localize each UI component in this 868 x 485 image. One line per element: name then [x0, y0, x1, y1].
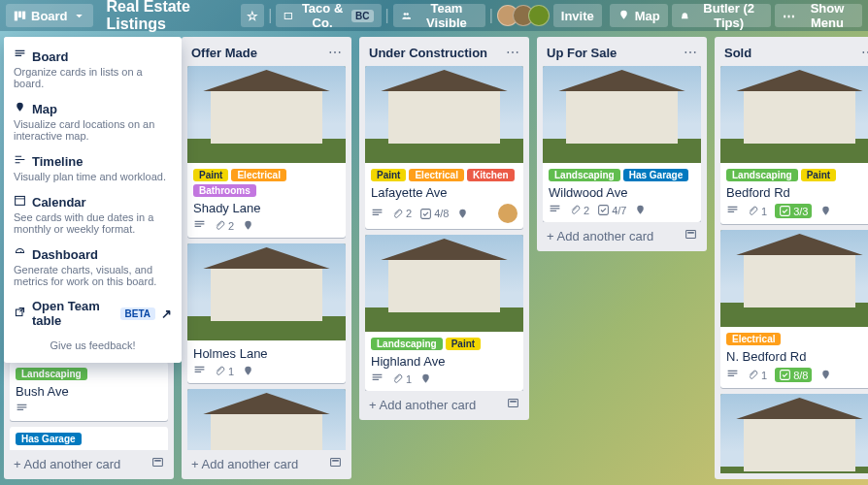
card-cover-image	[187, 243, 346, 340]
member-avatar[interactable]	[498, 204, 517, 223]
list: Sold⋯LandscapingPaintBedford Rd13/3Elect…	[715, 37, 868, 479]
popover-item-dashboard[interactable]: DashboardGenerate charts, visuals, and m…	[14, 241, 172, 293]
card-title: N. Bedford Rd	[726, 349, 868, 364]
list-title[interactable]: Under Construction	[369, 46, 487, 60]
calendar-icon	[14, 194, 26, 210]
list-title[interactable]: Sold	[724, 46, 751, 60]
add-card-button[interactable]: + Add another card	[187, 450, 346, 473]
svg-rect-10	[331, 458, 341, 466]
feedback-link[interactable]: Give us feedback!	[14, 334, 172, 357]
card[interactable]: LandscapingBush Ave	[10, 362, 168, 421]
svg-rect-14	[510, 401, 517, 403]
map-label: Map	[635, 9, 660, 23]
label[interactable]: Electrical	[726, 333, 781, 345]
card-cover-image	[365, 235, 523, 332]
card-title: Bedford Rd	[726, 185, 868, 200]
card-labels: PaintElectricalBathrooms	[193, 169, 340, 197]
popover-item-timeline[interactable]: TimelineVisually plan time and workload.	[14, 147, 172, 188]
popover-item-board[interactable]: BoardOrganize cards in lists on a board.	[14, 43, 172, 95]
label[interactable]: Paint	[193, 169, 228, 181]
list-title[interactable]: Up For Sale	[547, 46, 617, 60]
board-header: Board Real Estate Listings ☆ | Taco & Co…	[0, 0, 868, 31]
svg-rect-1	[18, 11, 21, 17]
attachment-badge: 1	[214, 365, 234, 377]
card-title: Lafayette Ave	[371, 185, 517, 200]
description-icon	[193, 365, 206, 377]
list-cards: LandscapingPaintBedford Rd13/3Electrical…	[720, 66, 868, 473]
card-cover-image	[365, 66, 523, 163]
card[interactable]: Holmes Lane1	[187, 243, 346, 383]
butler-button[interactable]: Butler (2 Tips)	[672, 4, 771, 27]
attachment-badge: 1	[747, 369, 767, 381]
popover-item-desc: Generate charts, visuals, and metrics fo…	[14, 264, 172, 287]
card[interactable]: LandscapingPaintKitchenHalstead Ave2	[187, 389, 346, 450]
list-cards: PaintElectricalKitchenLafayette Ave24/8L…	[365, 66, 523, 391]
add-card-button[interactable]: + Add another card	[365, 391, 523, 414]
label[interactable]: Paint	[371, 169, 406, 181]
card-cover-image	[543, 66, 701, 163]
card[interactable]: Has GarageS. 4th Street	[10, 427, 168, 450]
label[interactable]: Has Garage	[623, 169, 689, 181]
visibility-button[interactable]: Team Visible	[393, 4, 485, 27]
card[interactable]: PaintElectricalKitchenLafayette Ave24/8	[365, 66, 523, 229]
card[interactable]: ElectricalN. Bedford Rd18/8	[720, 230, 868, 388]
card-badges: 2	[193, 219, 340, 232]
list-menu-button[interactable]: ⋯	[861, 45, 868, 60]
card[interactable]: PaintElectricalBathroomsShady Lane2	[187, 66, 346, 238]
popover-item-open-team-table[interactable]: Open Team tableBETA↗	[14, 293, 172, 334]
board-view-button[interactable]: Board	[6, 4, 93, 27]
location-icon	[242, 219, 254, 232]
template-icon[interactable]	[507, 397, 519, 412]
label[interactable]: Kitchen	[467, 169, 515, 181]
card[interactable]	[720, 394, 868, 473]
card[interactable]: LandscapingPaintHighland Ave1	[365, 235, 523, 391]
map-button[interactable]: Map	[610, 4, 668, 27]
label[interactable]: Electrical	[409, 169, 463, 181]
svg-rect-2	[22, 11, 25, 18]
card-cover-image	[720, 230, 868, 327]
label[interactable]: Electrical	[231, 169, 285, 181]
label[interactable]: Landscaping	[16, 368, 87, 380]
popover-item-map[interactable]: MapVisualize card locations on an intera…	[14, 95, 172, 147]
board-title[interactable]: Real Estate Listings	[97, 0, 238, 33]
label[interactable]: Landscaping	[549, 169, 620, 181]
label[interactable]: Has Garage	[16, 433, 82, 445]
external-icon	[14, 306, 26, 321]
add-card-button[interactable]: + Add another card	[543, 222, 701, 245]
template-icon[interactable]	[684, 228, 697, 243]
list-menu-button[interactable]: ⋯	[684, 45, 697, 60]
label[interactable]: Paint	[801, 169, 836, 181]
label[interactable]: Landscaping	[726, 169, 798, 181]
popover-item-calendar[interactable]: CalendarSee cards with due dates in a mo…	[14, 188, 172, 241]
list-title[interactable]: Offer Made	[191, 46, 257, 60]
label[interactable]: Bathrooms	[193, 184, 256, 197]
template-icon[interactable]	[151, 456, 164, 471]
org-button[interactable]: Taco & Co. BC	[276, 4, 381, 27]
map-icon	[618, 10, 630, 22]
description-icon	[371, 372, 384, 385]
card-title: Bush Ave	[16, 384, 162, 399]
template-icon[interactable]	[329, 456, 342, 471]
invite-button[interactable]: Invite	[553, 4, 602, 27]
location-icon	[634, 204, 647, 216]
member-avatars[interactable]	[497, 5, 550, 26]
checklist-badge-complete: 8/8	[775, 368, 812, 382]
list-menu-button[interactable]: ⋯	[328, 45, 342, 60]
team-icon	[401, 10, 412, 22]
label[interactable]: Landscaping	[371, 338, 443, 350]
label[interactable]: Paint	[446, 338, 481, 350]
location-icon	[419, 372, 432, 385]
add-card-button[interactable]: + Add another card	[10, 450, 168, 473]
org-label: Taco & Co.	[298, 1, 347, 30]
card[interactable]: LandscapingHas GarageWildwood Ave24/7	[543, 66, 701, 222]
popover-item-desc: Visualize card locations on an interacti…	[14, 118, 172, 142]
show-menu-button[interactable]: ⋯ Show Menu	[775, 4, 862, 27]
card-badges: 1	[193, 365, 340, 377]
show-menu-label: Show Menu	[800, 1, 854, 30]
card[interactable]: LandscapingPaintBedford Rd13/3	[720, 66, 868, 224]
attachment-badge: 2	[391, 208, 412, 220]
popover-item-title: Calendar	[32, 195, 86, 210]
list-menu-button[interactable]: ⋯	[506, 45, 519, 60]
star-button[interactable]: ☆	[241, 4, 264, 27]
menu-dots-icon: ⋯	[783, 9, 795, 23]
